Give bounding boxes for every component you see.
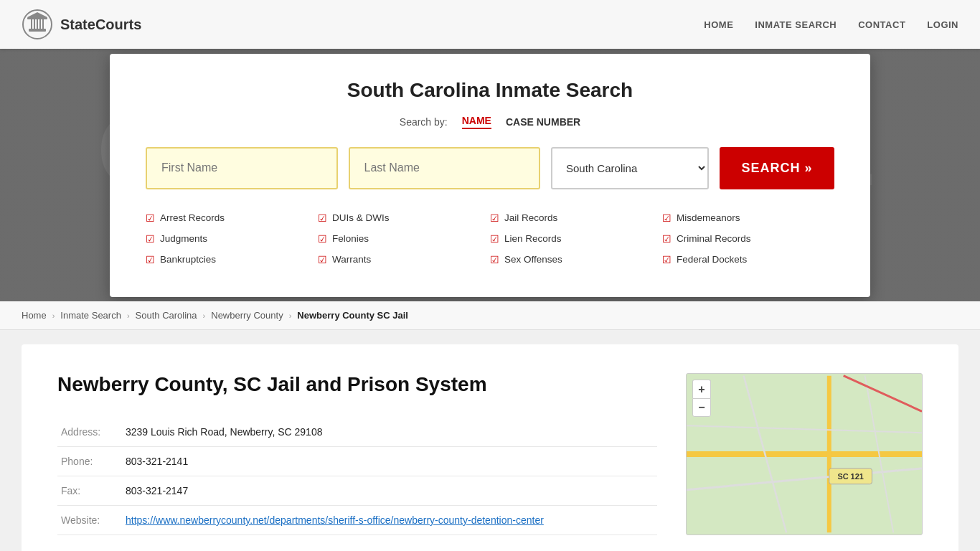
- content-area: Newberry County, SC Jail and Prison Syst…: [0, 330, 980, 551]
- feature-item: ☑Misdemeanors: [662, 209, 834, 227]
- modal-title: South Carolina Inmate Search: [146, 79, 834, 102]
- check-icon: ☑: [146, 254, 155, 265]
- content-card: Newberry County, SC Jail and Prison Syst…: [22, 344, 958, 551]
- check-icon: ☑: [146, 212, 155, 224]
- first-name-input[interactable]: [146, 147, 338, 189]
- breadcrumb-state[interactable]: South Carolina: [136, 310, 197, 321]
- sep-1: ›: [52, 311, 55, 320]
- tab-case-number[interactable]: CASE NUMBER: [506, 116, 580, 128]
- feature-item: ☑Sex Offenses: [490, 251, 662, 268]
- check-icon: ☑: [490, 254, 499, 265]
- fax-label: Fax:: [57, 476, 122, 506]
- svg-rect-3: [34, 19, 35, 29]
- tab-name[interactable]: NAME: [462, 115, 491, 129]
- website-label: Website:: [57, 506, 122, 535]
- logo-link[interactable]: StateCourts: [22, 9, 141, 40]
- address-value: 3239 Louis Rich Road, Newberry, SC 29108: [122, 418, 657, 447]
- check-icon: ☑: [662, 254, 672, 265]
- nav-inmate-search[interactable]: INMATE SEARCH: [755, 19, 837, 30]
- search-button[interactable]: SEARCH »: [720, 147, 834, 189]
- feature-label: Arrest Records: [160, 212, 225, 223]
- check-icon: ☑: [662, 233, 672, 245]
- feature-label: Misdemeanors: [677, 212, 740, 223]
- search-by-tabs: Search by: NAME CASE NUMBER: [146, 115, 834, 129]
- feature-label: Lien Records: [504, 233, 562, 244]
- breadcrumb-inmate-search[interactable]: Inmate Search: [60, 310, 121, 321]
- feature-label: Judgments: [160, 233, 207, 244]
- svg-rect-1: [29, 29, 46, 32]
- feature-item: ☑Lien Records: [490, 230, 662, 248]
- state-select[interactable]: AlabamaAlaskaArizonaArkansasCaliforniaCo…: [551, 147, 709, 189]
- last-name-input[interactable]: [349, 147, 541, 189]
- phone-label: Phone:: [57, 447, 122, 476]
- feature-item: ☑Judgments: [146, 230, 318, 248]
- map-zoom-out[interactable]: −: [692, 398, 711, 417]
- check-icon: ☑: [146, 233, 155, 245]
- nav-contact[interactable]: CONTACT: [858, 19, 905, 30]
- feature-label: DUIs & DWIs: [332, 212, 390, 223]
- feature-item: ☑Federal Dockets: [662, 251, 834, 268]
- feature-label: Felonies: [332, 233, 369, 244]
- svg-marker-8: [27, 12, 47, 17]
- feature-label: Jail Records: [504, 212, 557, 223]
- fax-value: 803-321-2147: [122, 476, 657, 506]
- search-modal: South Carolina Inmate Search Search by: …: [110, 54, 870, 297]
- sep-2: ›: [127, 311, 130, 320]
- svg-rect-4: [37, 19, 38, 29]
- info-table: Address: 3239 Louis Rich Road, Newberry,…: [57, 418, 657, 535]
- map-controls: + −: [692, 380, 711, 417]
- map-container: + − SC 121: [686, 373, 923, 535]
- site-header: StateCourts HOME INMATE SEARCH CONTACT L…: [0, 0, 980, 49]
- nav-login[interactable]: LOGIN: [927, 19, 958, 30]
- check-icon: ☑: [662, 212, 672, 224]
- breadcrumb-current: Newberry County SC Jail: [297, 310, 408, 321]
- feature-item: ☑Warrants: [318, 251, 490, 268]
- search-by-label: Search by:: [400, 116, 448, 128]
- svg-rect-5: [39, 19, 41, 29]
- feature-item: ☑Jail Records: [490, 209, 662, 227]
- svg-text:SC 121: SC 121: [837, 472, 863, 481]
- svg-rect-2: [31, 19, 32, 29]
- map-zoom-in[interactable]: +: [692, 380, 711, 398]
- feature-label: Criminal Records: [677, 233, 751, 244]
- logo-text: StateCourts: [60, 17, 141, 33]
- check-icon: ☑: [318, 233, 327, 245]
- map-svg: SC 121: [687, 374, 922, 534]
- check-icon: ☑: [490, 233, 499, 245]
- breadcrumb-county[interactable]: Newberry County: [211, 310, 283, 321]
- breadcrumb-home[interactable]: Home: [22, 310, 47, 321]
- feature-label: Warrants: [332, 254, 371, 265]
- facility-title: Newberry County, SC Jail and Prison Syst…: [57, 373, 657, 396]
- address-label: Address:: [57, 418, 122, 447]
- sep-4: ›: [289, 311, 292, 320]
- breadcrumb: Home › Inmate Search › South Carolina › …: [0, 301, 980, 330]
- check-icon: ☑: [318, 212, 327, 224]
- website-link[interactable]: https://www.newberrycounty.net/departmen…: [126, 514, 544, 526]
- feature-label: Sex Offenses: [504, 254, 562, 265]
- main-nav: HOME INMATE SEARCH CONTACT LOGIN: [704, 19, 958, 30]
- fax-row: Fax: 803-321-2147: [57, 476, 657, 506]
- feature-item: ☑Bankruptcies: [146, 251, 318, 268]
- website-row: Website: https://www.newberrycounty.net/…: [57, 506, 657, 535]
- feature-item: ☑DUIs & DWIs: [318, 209, 490, 227]
- check-icon: ☑: [318, 254, 327, 265]
- logo-icon: [22, 9, 53, 40]
- feature-item: ☑Criminal Records: [662, 230, 834, 248]
- search-inputs: AlabamaAlaskaArizonaArkansasCaliforniaCo…: [146, 147, 834, 189]
- sep-3: ›: [203, 311, 206, 320]
- feature-item: ☑Felonies: [318, 230, 490, 248]
- phone-row: Phone: 803-321-2141: [57, 447, 657, 476]
- phone-value: 803-321-2141: [122, 447, 657, 476]
- check-icon: ☑: [490, 212, 499, 224]
- feature-label: Federal Dockets: [677, 254, 747, 265]
- svg-rect-7: [27, 17, 47, 19]
- nav-home[interactable]: HOME: [704, 19, 733, 30]
- features-grid: ☑Arrest Records☑DUIs & DWIs☑Jail Records…: [146, 209, 834, 268]
- svg-rect-6: [42, 19, 44, 29]
- feature-item: ☑Arrest Records: [146, 209, 318, 227]
- address-row: Address: 3239 Louis Rich Road, Newberry,…: [57, 418, 657, 447]
- feature-label: Bankruptcies: [160, 254, 216, 265]
- facility-info: Newberry County, SC Jail and Prison Syst…: [57, 373, 657, 535]
